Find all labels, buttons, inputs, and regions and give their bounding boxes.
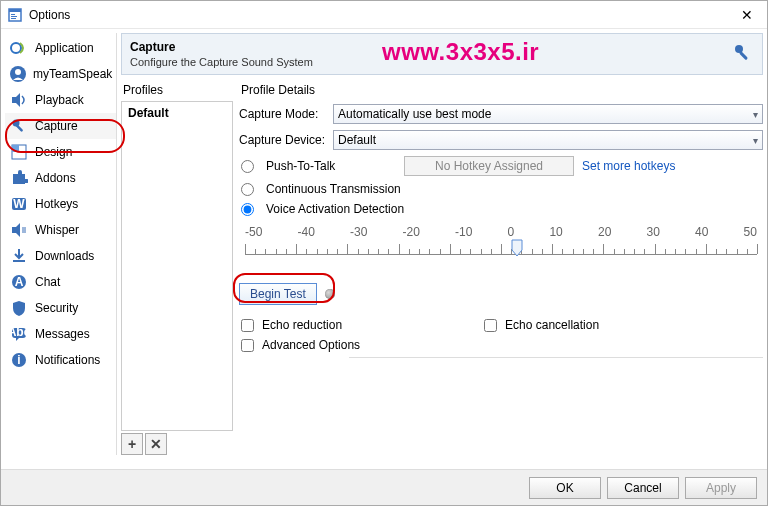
svg-rect-14 [13,260,25,262]
dialog-buttons: OK Cancel Apply [1,469,767,505]
app-icon [9,38,29,58]
sidebar-item-security[interactable]: Security [5,295,116,321]
sidebar-item-addons[interactable]: Addons [5,165,116,191]
add-profile-button[interactable]: + [121,433,143,455]
sidebar-item-capture[interactable]: Capture [5,113,116,139]
sidebar-item-label: Application [35,41,94,55]
speaker-icon [9,90,29,110]
sidebar-item-whisper[interactable]: Whisper [5,217,116,243]
profile-item[interactable]: Default [122,102,232,124]
delete-profile-button[interactable]: ✕ [145,433,167,455]
titlebar: Options ✕ [1,1,767,29]
sidebar: ApplicationmyTeamSpeakPlaybackCaptureDes… [5,33,117,455]
sidebar-item-label: Notifications [35,353,100,367]
sidebar-item-notifications[interactable]: iNotifications [5,347,116,373]
sidebar-item-downloads[interactable]: Downloads [5,243,116,269]
keyw-icon: W [9,194,29,214]
echo-cancellation-checkbox[interactable]: Echo cancellation [482,318,599,332]
sidebar-item-label: Messages [35,327,90,341]
svg-text:Abc: Abc [10,325,28,339]
profiles-list[interactable]: Default [121,101,233,431]
options-window: Options ✕ ApplicationmyTeamSpeakPlayback… [0,0,768,506]
sidebar-item-label: Addons [35,171,76,185]
svg-point-5 [11,43,21,53]
chat-icon: A [9,272,29,292]
mic-icon [732,42,754,67]
ptt-label: Push-To-Talk [266,159,396,173]
sidebar-item-playback[interactable]: Playback [5,87,116,113]
mic-icon [9,116,29,136]
main-panel: Capture Configure the Capture Sound Syst… [121,33,763,455]
vad-label: Voice Activation Detection [266,202,404,216]
sidebar-item-label: Security [35,301,78,315]
download-icon [9,246,29,266]
sidebar-item-label: Capture [35,119,78,133]
shield-icon [9,298,29,318]
sidebar-item-hotkeys[interactable]: WHotkeys [5,191,116,217]
more-hotkeys-link[interactable]: Set more hotkeys [582,159,675,173]
apply-button[interactable]: Apply [685,477,757,499]
body: ApplicationmyTeamSpeakPlaybackCaptureDes… [1,29,767,459]
vad-radio[interactable] [241,203,254,216]
split: Profiles Default + ✕ Profile Details Cap… [121,79,763,455]
capture-mode-select[interactable]: Automatically use best mode [333,104,763,124]
continuous-radio[interactable] [241,183,254,196]
sidebar-item-chat[interactable]: AChat [5,269,116,295]
svg-rect-3 [11,16,17,17]
hotkey-button[interactable]: No Hotkey Assigned [404,156,574,176]
capture-device-select[interactable]: Default [333,130,763,150]
begin-test-button[interactable]: Begin Test [239,283,317,305]
slider-thumb[interactable] [511,239,523,257]
capture-mode-label: Capture Mode: [239,107,327,121]
vad-slider[interactable]: -50-40-30-20-1001020304050 [239,225,763,269]
ok-button[interactable]: OK [529,477,601,499]
whisper-icon [9,220,29,240]
cancel-button[interactable]: Cancel [607,477,679,499]
profiles-panel: Profiles Default + ✕ [121,79,233,455]
sidebar-item-application[interactable]: Application [5,35,116,61]
svg-rect-11 [12,145,19,152]
design-icon [9,142,29,162]
svg-rect-1 [9,9,21,12]
puzzle-icon [9,168,29,188]
sidebar-item-label: Design [35,145,72,159]
sidebar-item-design[interactable]: Design [5,139,116,165]
sidebar-item-label: Whisper [35,223,79,237]
test-led-icon [325,289,335,299]
sidebar-item-label: Downloads [35,249,94,263]
capture-device-label: Capture Device: [239,133,327,147]
svg-rect-4 [11,18,16,19]
section-header: Capture Configure the Capture Sound Syst… [121,33,763,75]
ts-icon [9,64,27,84]
profile-details: Profile Details Capture Mode: Automatica… [239,79,763,455]
sidebar-item-myteamspeak[interactable]: myTeamSpeak [5,61,116,87]
options-icon [7,7,23,23]
svg-rect-22 [739,51,748,60]
watermark-text: www.3x3x5.ir [382,38,539,66]
sidebar-item-label: myTeamSpeak [33,67,112,81]
svg-rect-9 [15,124,23,132]
sidebar-item-label: Chat [35,275,60,289]
svg-rect-2 [11,14,15,15]
svg-text:W: W [13,197,25,211]
sidebar-item-messages[interactable]: AbcMessages [5,321,116,347]
sidebar-item-label: Hotkeys [35,197,78,211]
profile-buttons: + ✕ [121,433,233,455]
svg-point-21 [735,45,743,53]
msg-icon: Abc [9,324,29,344]
continuous-label: Continuous Transmission [266,182,401,196]
svg-point-7 [15,69,21,75]
svg-text:A: A [15,275,24,289]
echo-reduction-checkbox[interactable]: Echo reduction [239,318,342,332]
details-heading: Profile Details [239,79,763,101]
advanced-options-checkbox[interactable]: Advanced Options [239,338,763,352]
svg-text:i: i [17,353,20,367]
profiles-heading: Profiles [121,79,233,101]
ptt-radio[interactable] [241,160,254,173]
close-button[interactable]: ✕ [733,5,761,25]
sidebar-item-label: Playback [35,93,84,107]
window-title: Options [29,8,733,22]
info-icon: i [9,350,29,370]
